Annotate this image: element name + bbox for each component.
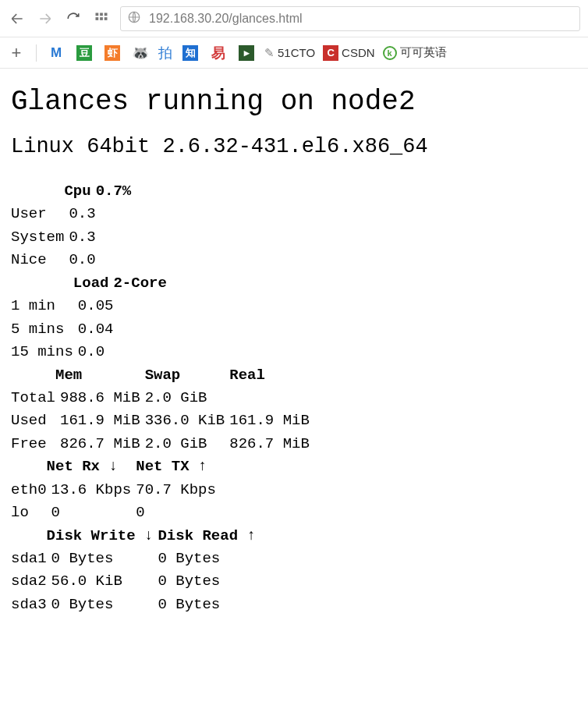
net-lo-label: lo [11,502,47,524]
bookmark-m-icon[interactable]: M [46,43,66,63]
mem-used-label: Used [11,409,55,432]
cpu-system-value: 0.3 [64,226,131,249]
svg-rect-2 [104,12,108,16]
cpu-nice-label: Nice [11,249,64,271]
mem-header: Mem [55,364,140,387]
bookmark-play-icon[interactable]: ▸ [236,43,257,63]
cpu-user-value: 0.3 [64,203,131,225]
load-cores: 2-Core [108,272,166,295]
disk-sda1-read: 0 Bytes [153,548,255,570]
mem-free-label: Free [11,433,55,455]
forward-button[interactable] [36,9,55,28]
mem-used-real: 161.9 MiB [225,409,310,432]
bookmark-zhi-icon[interactable]: 知 [180,43,200,63]
net-lo-rx: 0 [47,502,132,524]
svg-rect-4 [100,17,103,20]
keke-icon: k [383,46,397,60]
net-tx-header: Net TX ↑ [131,455,216,478]
bookmark-csdn[interactable]: C CSDN [323,45,375,61]
swap-header: Swap [140,364,225,387]
mem-free-swap: 2.0 GiB [140,433,225,455]
disk-sda3-write: 0 Bytes [47,594,154,616]
disk-sda3-read: 0 Bytes [153,594,255,616]
browser-toolbar [0,0,588,37]
mem-total-real [225,387,310,409]
url-bar[interactable] [120,6,580,31]
disk-read-header: Disk Read ↑ [153,525,255,548]
mem-total-swap: 2.0 GiB [140,387,225,409]
svg-rect-1 [100,12,103,16]
net-lo-tx: 0 [131,502,216,524]
csdn-icon: C [323,45,338,61]
bookmark-douban-icon[interactable]: 豆 [74,43,94,63]
svg-rect-5 [104,17,108,20]
back-button[interactable] [8,9,27,28]
net-eth0-rx: 13.6 Kbps [47,479,132,502]
cto-icon: ✎ [264,46,275,60]
disk-write-header: Disk Write ↓ [47,525,154,548]
load-5min-value: 0.04 [73,318,167,341]
load-table: Load2-Core 1 min0.05 5 mins0.04 15 mins0… [11,272,167,364]
page-content: Glances running on node2 Linux 64bit 2.6… [0,69,588,624]
disk-sda3-label: sda3 [11,594,47,616]
load-header: Load [73,272,109,295]
mem-used-swap: 336.0 KiB [140,409,225,432]
mem-total-mem: 988.6 MiB [55,387,140,409]
net-rx-header: Net Rx ↓ [47,455,132,478]
load-15min-label: 15 mins [11,341,73,363]
bookmark-keke[interactable]: k 可可英语 [383,45,447,60]
apps-button[interactable] [92,9,111,28]
cpu-table: Cpu0.7% User0.3 System0.3 Nice0.0 [11,180,131,272]
svg-rect-0 [96,12,99,16]
disk-table: Disk Write ↓ Disk Read ↑ sda1 0 Bytes 0 … [11,525,256,617]
mem-used-mem: 161.9 MiB [55,409,140,432]
mem-free-mem: 826.7 MiB [55,433,140,455]
reload-button[interactable] [64,9,83,28]
new-tab-button[interactable]: + [6,43,27,63]
disk-sda1-write: 0 Bytes [47,548,154,570]
bookmark-animal-icon[interactable]: 🦝 [130,43,151,63]
svg-rect-3 [96,17,99,20]
disk-sda2-write: 56.0 KiB [47,570,154,593]
cpu-header: Cpu [64,180,90,203]
bookmarks-bar: + M 豆 虾 🦝 拍 知 易 ▸ ✎ 51CTO C CSDN k 可可英语 [0,37,588,69]
mem-total-label: Total [11,387,55,409]
url-input[interactable] [147,11,573,27]
bookmark-pai[interactable]: 拍 [158,44,172,62]
load-15min-value: 0.0 [73,341,167,363]
net-eth0-tx: 70.7 Kbps [131,479,216,502]
load-1min-label: 1 min [11,295,73,317]
separator [36,44,37,62]
cpu-user-label: User [11,203,64,225]
real-header: Real [225,364,310,387]
cpu-nice-value: 0.0 [64,249,131,271]
page-title: Glances running on node2 [11,86,580,118]
net-table: Net Rx ↓ Net TX ↑ eth0 13.6 Kbps 70.7 Kb… [11,455,216,524]
disk-sda2-read: 0 Bytes [153,570,255,593]
bookmark-xia-icon[interactable]: 虾 [102,43,122,63]
globe-icon [127,10,141,27]
mem-free-real: 826.7 MiB [225,433,310,455]
cpu-system-label: System [11,226,64,249]
bookmark-51cto[interactable]: ✎ 51CTO [264,46,315,60]
load-1min-value: 0.05 [73,295,167,317]
disk-sda2-label: sda2 [11,570,47,593]
net-eth0-label: eth0 [11,479,47,502]
page-subtitle: Linux 64bit 2.6.32-431.el6.x86_64 [11,135,580,158]
bookmark-yi-icon[interactable]: 易 [208,43,228,63]
mem-table: Mem Swap Real Total 988.6 MiB 2.0 GiB Us… [11,364,310,456]
disk-sda1-label: sda1 [11,548,47,570]
cpu-pct: 0.7% [91,180,132,203]
load-5min-label: 5 mins [11,318,73,341]
